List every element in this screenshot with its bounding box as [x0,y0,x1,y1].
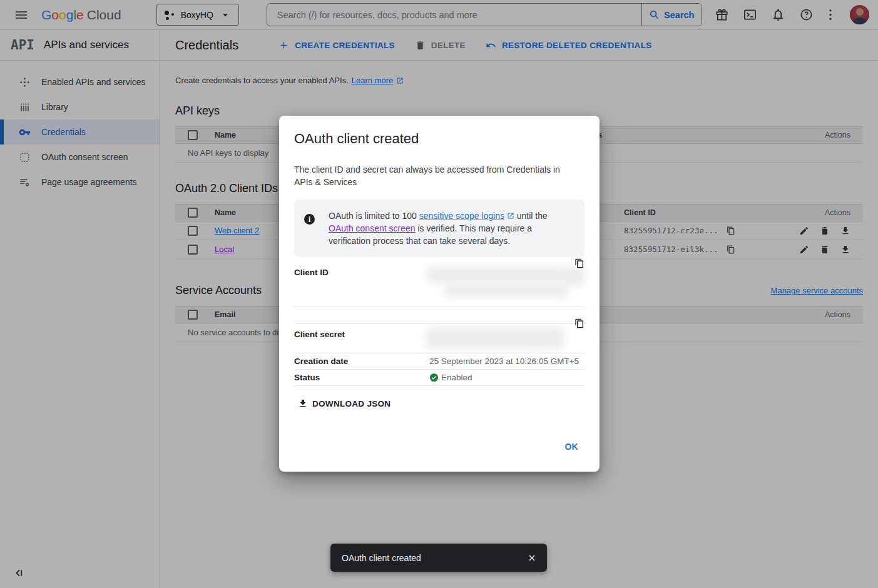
creation-date-label: Creation date [294,357,429,366]
row-spacer [294,307,584,323]
oauth-client-created-dialog: OAuth client created The client ID and s… [279,116,600,472]
dialog-spacer [294,412,584,437]
download-icon [298,398,308,408]
redacted-value [427,266,584,283]
copy-client-secret-icon[interactable] [574,318,584,328]
close-icon [527,553,537,563]
sensitive-scope-logins-link[interactable]: sensitive scope logins [419,211,504,221]
status-value: Enabled [429,373,584,382]
status-label: Status [294,373,429,382]
verification-notice: i OAuth is limited to 100 sensitive scop… [294,200,584,257]
oauth-consent-screen-link[interactable]: OAuth consent screen [329,223,416,233]
creation-date-row: Creation date 25 September 2023 at 10:26… [294,353,584,370]
client-secret-row: Client secret [294,323,584,353]
copy-client-id-icon[interactable] [574,258,584,268]
redacted-value [444,284,568,298]
client-id-row: Client ID [294,262,584,307]
info-icon: i [304,214,315,225]
redacted-value [426,327,564,350]
redacted-value [566,276,583,285]
snackbar-message: OAuth client created [342,553,421,563]
client-id-label: Client ID [294,268,429,277]
snackbar: OAuth client created [330,544,547,572]
external-link-icon [507,212,514,220]
download-json-button[interactable]: DOWNLOAD JSON [294,395,394,412]
ok-button[interactable]: OK [558,437,584,457]
dialog-description: The client ID and secret can always be a… [294,163,569,188]
creation-date-value: 25 September 2023 at 10:26:05 GMT+5 [429,357,584,366]
client-secret-label: Client secret [294,330,429,339]
notice-text: OAuth is limited to 100 sensitive scope … [329,210,574,247]
snackbar-close-button[interactable] [521,547,543,569]
dialog-title: OAuth client created [294,131,584,147]
enabled-check-icon [429,373,439,382]
status-row: Status Enabled [294,370,584,386]
